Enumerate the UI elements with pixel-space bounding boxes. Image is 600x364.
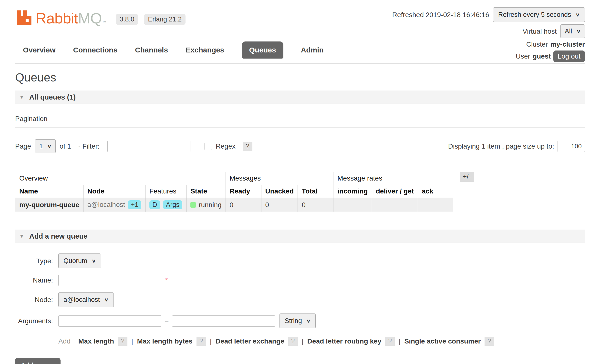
tab-exchanges[interactable]: Exchanges	[186, 41, 224, 59]
chevron-down-icon: ∨	[576, 29, 581, 34]
rabbitmq-logo-icon	[15, 9, 33, 26]
page-number-select[interactable]: 1 ∨	[35, 139, 56, 153]
cluster-label: Cluster	[526, 40, 548, 48]
queue-deliver-get-rate	[372, 198, 418, 212]
feature-durable-badge: D	[149, 200, 160, 209]
argument-value-input[interactable]	[172, 315, 275, 327]
user-name: guest	[533, 52, 551, 60]
brand-mq-text: MQ	[78, 11, 102, 26]
max-length-help-button[interactable]: ?	[118, 337, 127, 346]
brand-wordmark: RabbitMQ™	[36, 11, 106, 26]
header-right: Refreshed 2019-02-18 16:46:16 Refresh ev…	[392, 7, 585, 62]
chevron-down-icon: ∨	[306, 318, 311, 324]
queue-total-count: 0	[298, 198, 333, 212]
table-group-message-rates: Message rates	[333, 172, 453, 185]
header: RabbitMQ™ 3.8.0 Erlang 21.2 Refreshed 20…	[15, 0, 585, 41]
tab-connections[interactable]: Connections	[73, 41, 117, 59]
pagination-label: Pagination	[15, 115, 585, 128]
column-header-total[interactable]: Total	[298, 185, 333, 198]
table-row: my-quorum-queue a@localhost+1 DArgs runn…	[15, 198, 453, 212]
column-header-ack[interactable]: ack	[418, 185, 453, 198]
queue-name-link[interactable]: my-quorum-queue	[19, 201, 79, 209]
server-version-badge: 3.8.0	[116, 14, 138, 25]
pagination-controls: Page 1 ∨ of 1 - Filter: Regex ? Displayi…	[15, 139, 585, 153]
logout-button[interactable]: Log out	[553, 51, 585, 62]
max-length-bytes-help-button[interactable]: ?	[197, 337, 206, 346]
add-queue-form: Type: Quorum ∨ Name: * Node: a@localhost…	[15, 253, 585, 364]
all-queues-section-label: All queues (1)	[29, 93, 76, 101]
tab-queues[interactable]: Queues	[242, 41, 283, 59]
add-queue-section-header[interactable]: ▼ Add a new queue	[15, 230, 585, 243]
column-header-incoming[interactable]: incoming	[333, 185, 372, 198]
column-header-features: Features	[145, 185, 186, 198]
shortcut-dead-letter-exchange[interactable]: Dead letter exchange	[216, 337, 284, 345]
regex-checkbox[interactable]	[205, 143, 212, 150]
column-header-name[interactable]: Name	[15, 185, 83, 198]
queue-name-input[interactable]	[58, 275, 161, 286]
triangle-down-icon: ▼	[19, 233, 24, 239]
shortcut-max-length-bytes[interactable]: Max length bytes	[137, 337, 192, 345]
all-queues-section-header[interactable]: ▼ All queues (1)	[15, 91, 585, 104]
add-queue-section-label: Add a new queue	[29, 232, 87, 240]
page-count-label: of 1	[60, 142, 71, 150]
node-more-badge: +1	[128, 200, 141, 209]
virtual-host-select[interactable]: All ∨	[560, 24, 585, 38]
type-label: Type:	[15, 257, 53, 265]
chevron-down-icon: ∨	[92, 258, 96, 263]
running-state-icon	[190, 202, 196, 208]
shortcut-single-active-consumer[interactable]: Single active consumer	[404, 337, 481, 345]
tab-admin[interactable]: Admin	[301, 41, 324, 59]
triangle-down-icon: ▼	[19, 94, 24, 100]
argument-key-input[interactable]	[58, 315, 161, 327]
cluster-name: my-cluster	[550, 40, 585, 48]
refresh-interval-select[interactable]: Refresh every 5 seconds ∨	[493, 7, 585, 22]
rabbitmq-management-page: RabbitMQ™ 3.8.0 Erlang 21.2 Refreshed 20…	[0, 0, 600, 364]
column-toggle-button[interactable]: +/-	[460, 172, 474, 182]
filter-input[interactable]	[107, 141, 190, 152]
column-header-ready[interactable]: Ready	[226, 185, 261, 198]
user-label: User	[516, 52, 530, 60]
page-label: Page	[15, 142, 31, 150]
queues-table-zone: Overview Messages Message rates Name Nod…	[15, 172, 585, 212]
column-header-deliver-get[interactable]: deliver / get	[372, 185, 418, 198]
queues-table: Overview Messages Message rates Name Nod…	[15, 172, 453, 212]
tab-channels[interactable]: Channels	[135, 41, 168, 59]
queue-unacked-count: 0	[261, 198, 298, 212]
queue-node: a@localhost	[87, 201, 125, 208]
equals-sign: =	[165, 317, 169, 325]
dead-letter-routing-key-help-button[interactable]: ?	[385, 337, 395, 346]
table-group-overview: Overview	[15, 172, 226, 185]
required-asterisk: *	[165, 276, 168, 285]
add-queue-section: ▼ Add a new queue Type: Quorum ∨ Name: *…	[15, 230, 585, 364]
queue-ack-rate	[418, 198, 453, 212]
tab-overview[interactable]: Overview	[23, 41, 55, 59]
node-label: Node:	[15, 296, 53, 304]
chevron-down-icon: ∨	[104, 297, 109, 302]
shortcut-max-length[interactable]: Max length	[78, 337, 114, 345]
add-queue-button[interactable]: Add queue	[15, 358, 61, 364]
column-header-unacked[interactable]: Unacked	[261, 185, 298, 198]
erlang-version-badge: Erlang 21.2	[144, 14, 186, 25]
brand-rabbit-text: Rabbit	[36, 11, 78, 26]
feature-args-badge: Args	[163, 200, 183, 209]
queue-type-select[interactable]: Quorum ∨	[58, 253, 101, 268]
single-active-consumer-help-button[interactable]: ?	[485, 337, 494, 346]
regex-help-button[interactable]: ?	[243, 142, 252, 151]
name-label: Name:	[15, 276, 53, 284]
shortcut-dead-letter-routing-key[interactable]: Dead letter routing key	[307, 337, 381, 345]
nav-divider	[15, 63, 585, 63]
page-title: Queues	[15, 71, 585, 84]
argument-type-select[interactable]: String ∨	[279, 313, 316, 328]
column-header-state[interactable]: State	[186, 185, 226, 198]
add-argument-link[interactable]: Add	[58, 337, 71, 345]
queue-node-select[interactable]: a@localhost ∨	[58, 292, 114, 307]
column-header-node[interactable]: Node	[83, 185, 145, 198]
chevron-down-icon: ∨	[575, 12, 580, 17]
dead-letter-exchange-help-button[interactable]: ?	[288, 337, 298, 346]
displaying-label: Displaying 1 item , page size up to:	[448, 142, 554, 150]
argument-shortcuts: Add Max length ? | Max length bytes ? | …	[58, 337, 585, 346]
table-group-messages: Messages	[226, 172, 333, 185]
virtual-host-label: Virtual host	[523, 28, 557, 35]
refreshed-timestamp: Refreshed 2019-02-18 16:46:16	[392, 11, 489, 19]
page-size-input[interactable]	[558, 141, 585, 152]
